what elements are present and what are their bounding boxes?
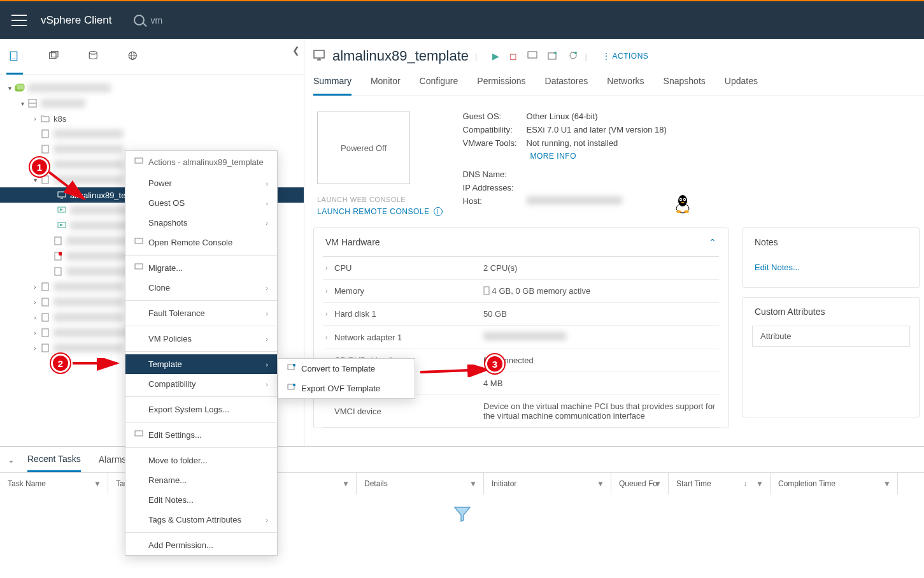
power-off-icon[interactable]: ◻ [509,51,517,61]
filter-icon[interactable]: ▼ [756,479,764,488]
filter-icon[interactable]: ▼ [94,479,101,488]
context-item-export-system-logs-[interactable]: Export System Logs... [125,400,277,419]
host-icon [52,236,64,245]
filter-icon[interactable]: ▼ [469,479,477,488]
context-item-edit-notes-[interactable]: Edit Notes... [125,490,277,510]
tree-row[interactable]: › k8s [0,111,304,126]
submenu-item-export-ovf-template[interactable]: Export OVF Template [278,379,415,398]
chevron-right-icon: › [266,199,268,207]
filter-icon[interactable]: ▼ [654,479,662,488]
chevron-right-icon: › [266,335,268,343]
task-column-header[interactable]: Details▼ [357,473,484,495]
svg-rect-28 [42,314,48,321]
chevron-right-icon: › [266,180,268,187]
info-label: Compatibility: [463,125,527,134]
recent-tasks-tab[interactable]: Recent Tasks [27,447,81,472]
context-item-template[interactable]: Template› [125,354,277,374]
tab-updates[interactable]: Updates [725,72,758,96]
menu-item-icon [134,238,143,247]
context-item-guest-os[interactable]: Guest OS› [125,193,277,213]
tab-networks[interactable]: Networks [607,72,644,96]
tab-datastores[interactable]: Datastores [545,72,588,96]
context-item-vm-policies[interactable]: VM Policies› [125,329,277,349]
global-search[interactable]: vm [134,15,163,25]
svg-rect-13 [42,145,48,153]
tab-permissions[interactable]: Permissions [477,72,525,96]
filter-icon[interactable]: ▼ [342,479,350,488]
chevron-right-icon: › [266,380,268,388]
hamburger-icon[interactable] [11,15,27,26]
svg-rect-2 [50,53,57,59]
task-column-header[interactable]: Queued For▼ [611,473,669,495]
annotation-marker-3: 3 [485,354,504,373]
task-column-header[interactable]: Initiator▼ [484,473,611,495]
tree-row[interactable] [0,126,304,141]
hw-row[interactable]: ›CPU2 CPU(s) [323,257,719,280]
hw-row[interactable]: ›Network adapter 1 [323,326,719,349]
host-icon [52,267,64,276]
tab-configure[interactable]: Configure [420,72,458,96]
snapshot-icon[interactable] [568,51,578,62]
expand-bottom-icon[interactable]: ⌄ [8,455,15,465]
launch-remote-console[interactable]: LAUNCH REMOTE CONSOLE i [317,207,443,216]
edit-notes-link[interactable]: Edit Notes... [743,256,919,287]
task-column-header[interactable]: Completion Time▼ [771,473,898,495]
info-label: DNS Name: [463,170,527,179]
context-item-rename-[interactable]: Rename... [125,470,277,490]
chevron-right-icon: › [266,219,268,227]
context-item-add-permission-[interactable]: Add Permission... [125,535,277,555]
menu-item-icon [134,430,143,440]
actions-dropdown[interactable]: ⋮ ACTIONS [602,52,649,61]
svg-point-36 [554,52,557,54]
hosts-clusters-tab[interactable] [6,50,23,75]
hw-row: VMCI deviceDevice on the virtual machine… [323,395,719,428]
tree-row[interactable]: ▾ [0,96,304,111]
collapse-icon[interactable]: ⌃ [709,237,716,247]
context-item-tags-custom-attributes[interactable]: Tags & Custom Attributes› [125,510,277,530]
svg-point-53 [293,364,295,366]
svg-rect-12 [42,130,48,138]
tree-row[interactable]: ▾ [0,80,304,96]
context-item-move-to-folder-[interactable]: Move to folder... [125,451,277,470]
svg-rect-22 [55,237,61,245]
filter-icon[interactable]: ▼ [883,479,891,488]
info-value: ESXi 7.0 U1 and later (VM version 18) [527,125,667,134]
context-item-compatibility[interactable]: Compatibility› [125,374,277,394]
tab-summary[interactable]: Summary [313,72,352,96]
context-menu: Actions - almalinux89_template Power›Gue… [125,150,278,556]
storage-tab[interactable] [85,50,102,75]
collapse-sidebar-icon[interactable]: ❮ [292,45,300,55]
filter-icon[interactable]: ▼ [597,479,604,488]
svg-point-38 [574,52,577,54]
console-preview[interactable]: Powered Off [317,112,410,184]
networking-tab[interactable] [125,50,141,75]
template-submenu: Convert to TemplateExport OVF Template [278,358,415,399]
submenu-item-convert-to-template[interactable]: Convert to Template [278,359,415,379]
context-item-fault-tolerance[interactable]: Fault Tolerance› [125,303,277,323]
hw-row[interactable]: ›Memory 4 GB, 0 GB memory active [323,280,719,303]
hw-row[interactable]: ›Hard disk 150 GB [323,303,719,326]
alarms-tab[interactable]: Alarms [99,448,127,471]
context-item-clone[interactable]: Clone› [125,278,277,298]
edit-settings-icon[interactable] [548,51,558,62]
power-on-icon[interactable]: ▶ [492,51,499,61]
svg-rect-49 [135,238,143,243]
context-item-edit-settings-[interactable]: Edit Settings... [125,425,277,445]
more-info-link[interactable]: MORE INFO [530,152,667,161]
menu-item-icon [134,263,143,273]
context-item-open-remote-console[interactable]: Open Remote Console [125,233,277,252]
vms-templates-tab[interactable] [46,50,62,75]
launch-console-icon[interactable] [527,51,537,62]
svg-rect-34 [528,52,537,58]
task-column-header[interactable]: Start Time↓▼ [669,473,771,495]
tab-monitor[interactable]: Monitor [371,72,401,96]
svg-point-45 [676,210,681,213]
context-item-snapshots[interactable]: Snapshots› [125,213,277,233]
info-label: Host: [463,196,527,206]
tab-snapshots[interactable]: Snapshots [664,72,706,96]
info-label: Guest OS: [463,112,527,121]
info-icon[interactable]: i [434,207,443,216]
context-item-migrate-[interactable]: Migrate... [125,258,277,278]
task-column-header[interactable]: Task Name▼ [0,473,108,495]
context-item-power[interactable]: Power› [125,173,277,193]
